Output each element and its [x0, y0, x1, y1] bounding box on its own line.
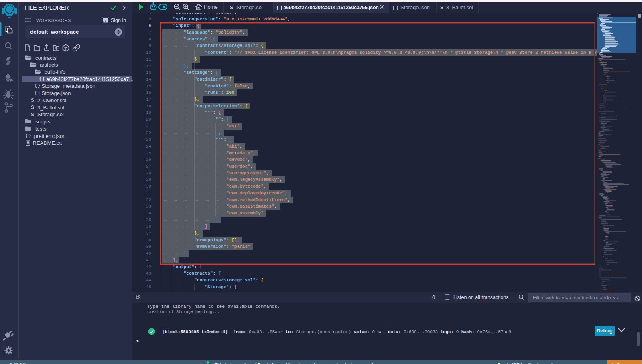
svg-text:S: S: [440, 5, 443, 10]
svg-text:3_Ballot.sol: 3_Ballot.sol: [446, 4, 473, 10]
svg-text:S: S: [230, 5, 233, 10]
svg-text:{ }: { }: [276, 5, 283, 11]
svg-text:a69b43f277ba20fcac141151250ca7: a69b43f277ba20fcac141151250ca755.json: [284, 5, 379, 10]
svg-text:{ }: { }: [392, 5, 399, 11]
svg-text:Storage.sol: Storage.sol: [236, 4, 263, 10]
svg-text:Storage.json: Storage.json: [400, 4, 430, 10]
svg-text:Home: Home: [204, 4, 218, 10]
